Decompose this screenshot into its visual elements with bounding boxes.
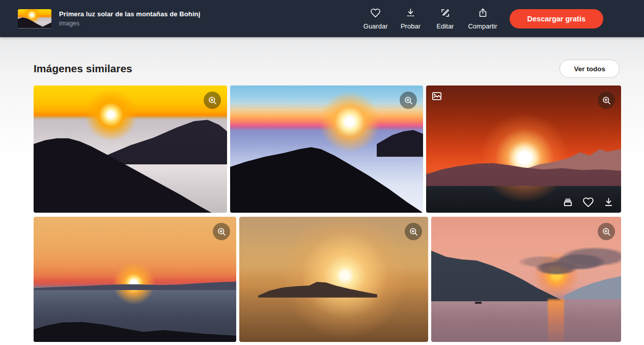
view-all-button[interactable]: Ver todos	[559, 60, 620, 78]
edit-label: Editar	[436, 22, 454, 30]
section-title: Imágenes similares	[34, 63, 132, 75]
edit-button[interactable]: Editar	[433, 8, 457, 30]
zoom-preview-button[interactable]	[204, 92, 221, 109]
island-silhouette	[239, 217, 428, 342]
header-actions: Guardar Probar Editar Compartir	[363, 8, 497, 30]
gallery-item-5[interactable]	[239, 217, 428, 342]
download-free-button[interactable]: Descargar gratis	[510, 9, 603, 28]
current-image-thumbnail	[18, 9, 51, 28]
top-bar: Primera luz solar de las montañas de Boh…	[0, 0, 644, 37]
magnifier-plus-icon	[208, 96, 217, 105]
download-try-icon	[405, 8, 416, 20]
edit-icon	[440, 8, 451, 20]
sun-reflection	[548, 299, 564, 342]
page: Primera luz solar de las montañas de Boh…	[0, 0, 644, 345]
boat-silhouette	[475, 302, 482, 304]
mountain-ridge	[426, 85, 621, 213]
zoom-preview-button[interactable]	[598, 223, 615, 240]
gallery-item-4[interactable]	[34, 217, 236, 342]
try-label: Probar	[401, 22, 421, 30]
zoom-preview-button[interactable]	[405, 223, 422, 240]
header-text-block: Primera luz solar de las montañas de Boh…	[59, 10, 200, 27]
zoom-preview-button[interactable]	[598, 92, 615, 109]
magnifier-plus-icon	[602, 227, 611, 237]
save-button[interactable]: Guardar	[363, 8, 388, 30]
magnifier-plus-icon	[409, 227, 418, 237]
save-label: Guardar	[363, 22, 388, 30]
magnifier-plus-icon	[404, 96, 413, 105]
similar-images-section: Imágenes similares Ver todos	[0, 37, 644, 345]
gallery-item-6[interactable]	[431, 217, 621, 342]
image-title: Primera luz solar de las montañas de Boh…	[59, 10, 200, 18]
zoom-preview-button[interactable]	[400, 92, 417, 109]
foreground-land	[34, 217, 236, 342]
heart-icon	[370, 8, 381, 20]
try-button[interactable]: Probar	[399, 8, 422, 30]
photo-type-icon	[431, 91, 442, 102]
share-label: Compartir	[468, 22, 497, 30]
image-category: images	[59, 20, 200, 27]
gallery-row-1	[34, 85, 644, 213]
gallery-item-1[interactable]	[34, 85, 227, 213]
gallery-item-3[interactable]	[426, 85, 621, 213]
magnifier-plus-icon	[602, 96, 611, 105]
zoom-preview-button[interactable]	[213, 223, 230, 240]
gallery-row-2	[34, 217, 644, 342]
photo-hover-actions	[562, 196, 614, 208]
section-header: Imágenes similares Ver todos	[0, 37, 644, 78]
mountain-foreground	[426, 85, 621, 213]
like-icon[interactable]	[582, 196, 594, 208]
share-icon	[478, 8, 488, 20]
magnifier-plus-icon	[217, 227, 227, 237]
share-button[interactable]: Compartir	[468, 8, 497, 30]
add-to-collection-icon[interactable]	[562, 196, 574, 208]
gallery-item-2[interactable]	[230, 85, 423, 213]
download-icon[interactable]	[603, 196, 614, 208]
image-gallery	[0, 78, 644, 342]
